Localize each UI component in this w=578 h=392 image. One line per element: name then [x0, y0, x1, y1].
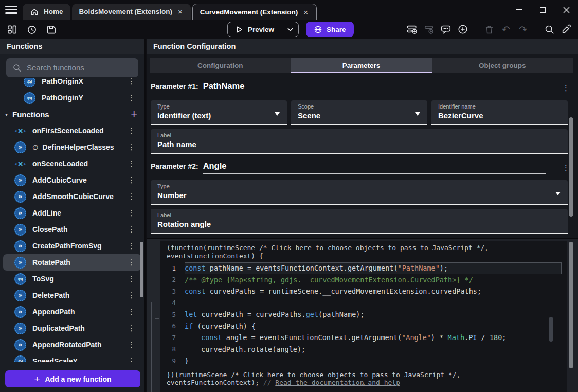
search-icon[interactable] [544, 24, 555, 35]
type-select[interactable]: Type Number [151, 180, 568, 205]
label-field[interactable]: Label Rotation angle [151, 209, 568, 234]
item-menu-icon[interactable]: ⋮ [125, 290, 137, 301]
identifier-name-field[interactable]: Identifier name BezierCurve [431, 100, 568, 125]
item-menu-icon[interactable]: ⋮ [125, 141, 137, 153]
code-lines[interactable]: 1const pathName = eventsFunctionContext.… [160, 262, 567, 367]
code-editor[interactable]: (function(runtimeScene /* Click here to … [160, 241, 567, 392]
tab-boidsmovement[interactable]: BoidsMovement (Extension) × [72, 4, 191, 20]
maximize-button[interactable] [531, 0, 554, 20]
edit-extension-icon[interactable] [561, 24, 572, 35]
item-menu-icon[interactable]: ⋮ [125, 323, 137, 334]
save-icon[interactable] [45, 24, 57, 35]
item-menu-icon[interactable]: ⋮ [125, 224, 137, 235]
item-menu-icon[interactable]: ⋮ [125, 78, 137, 87]
add-function-button[interactable]: + Add a new function [5, 370, 140, 387]
function-item-DeletePath[interactable]: »DeletePath⋮ [3, 287, 141, 304]
function-item-onSceneLoaded[interactable]: ◂×▸onSceneLoaded⋮ [3, 155, 141, 172]
code-line-3[interactable]: 3const curvedPaths = runtimeScene.__curv… [160, 286, 567, 297]
redo-icon[interactable]: ↷ [517, 24, 529, 35]
parameter-name-input[interactable]: Angle [203, 161, 546, 174]
add-subevent-icon[interactable] [423, 24, 435, 35]
code-line-1[interactable]: 1const pathName = eventsFunctionContext.… [160, 262, 567, 274]
item-menu-icon[interactable]: ⋮ [125, 355, 137, 362]
line-number: 8 [160, 345, 185, 353]
close-icon[interactable]: × [302, 8, 309, 16]
parameter-menu-icon[interactable]: ⋮ [560, 82, 572, 94]
function-item-ClosePath[interactable]: »ClosePath⋮ [3, 221, 141, 238]
code-line-4[interactable]: 4 [160, 297, 567, 309]
label-field[interactable]: Label Path name [151, 129, 568, 154]
item-menu-icon[interactable]: ⋮ [125, 174, 137, 186]
code-inner-scrollbar-thumb[interactable] [549, 317, 553, 342]
function-item-DefineHelperClasses[interactable]: »∅DefineHelperClasses⋮ [3, 139, 141, 155]
item-menu-icon[interactable]: ⋮ [125, 257, 137, 268]
sidebar-scrollbar-thumb[interactable] [140, 242, 143, 297]
action-function-icon: » [14, 174, 26, 186]
close-icon[interactable]: × [177, 7, 184, 16]
search-functions-input[interactable]: Search functions [6, 58, 138, 77]
function-item-CreatePathFromSvg[interactable]: »CreatePathFromSvg⋮ [3, 238, 141, 254]
item-menu-icon[interactable]: ⋮ [125, 306, 137, 317]
code-scrollbar-thumb[interactable] [569, 242, 573, 368]
item-menu-icon[interactable]: ⋮ [125, 125, 137, 136]
share-button[interactable]: Share [306, 22, 354, 37]
function-item-PathOriginY[interactable]: f(x)PathOriginY⋮ [3, 90, 141, 106]
code-text: if (curvedPath) { [185, 320, 562, 332]
undo-icon[interactable]: ↶ [500, 24, 512, 35]
function-item-SpeedScaleY[interactable]: f(x)SpeedScaleY⋮ [3, 353, 141, 362]
function-item-DuplicatedPath[interactable]: »DuplicatedPath⋮ [3, 320, 141, 336]
function-item-AddCubicCurve[interactable]: »AddCubicCurve⋮ [3, 172, 141, 188]
function-item-ToSvg[interactable]: f(x)ToSvg⋮ [3, 271, 141, 287]
function-item-PathOriginX[interactable]: f(x)PathOriginX⋮ [3, 78, 141, 90]
item-menu-icon[interactable]: ⋮ [125, 339, 137, 350]
functions-section-header[interactable]: ▾Functions+ [0, 106, 144, 122]
code-header-line[interactable]: (function(runtimeScene /* Click here to … [160, 241, 567, 252]
code-line-7[interactable]: 7const angle = eventsFunctionContext.get… [160, 332, 567, 344]
minimize-button[interactable] [507, 0, 531, 20]
tab-configuration[interactable]: Configuration [150, 58, 291, 73]
action-function-icon: » [14, 323, 26, 334]
tab-object-groups[interactable]: Object groups [432, 58, 573, 73]
open-editors-panel-icon[interactable] [6, 24, 17, 35]
function-item-AppendRotatedPath[interactable]: »AppendRotatedPath⋮ [3, 336, 141, 353]
collapse-caret-icon[interactable]: ^ [362, 382, 366, 390]
scope-select[interactable]: Scope Scene [291, 100, 427, 125]
tab-curvedmovement[interactable]: CurvedMovement (Extension) × [192, 4, 317, 20]
function-item-RotatePath[interactable]: »RotatePath⋮ [3, 254, 141, 271]
preview-options-button[interactable] [282, 22, 298, 37]
tab-home[interactable]: Home [23, 4, 70, 20]
delete-icon[interactable] [483, 24, 495, 35]
type-select[interactable]: Type Identifier (text) [151, 100, 287, 125]
history-icon[interactable] [26, 24, 37, 35]
add-icon[interactable]: + [131, 109, 137, 120]
code-line-9[interactable]: 9} [160, 355, 567, 367]
item-menu-icon[interactable]: ⋮ [125, 158, 137, 169]
code-line-8[interactable]: 8curvedPath.rotate(angle); [160, 344, 567, 355]
indent-guide [185, 332, 185, 344]
add-comment-icon[interactable] [440, 24, 451, 35]
item-menu-icon[interactable]: ⋮ [125, 273, 137, 284]
item-menu-icon[interactable]: ⋮ [125, 92, 137, 103]
field-label: Type [157, 183, 561, 189]
function-item-AddLine[interactable]: »AddLine⋮ [3, 205, 141, 221]
documentation-link[interactable]: Read the documentation and help [275, 379, 400, 386]
tab-parameters[interactable]: Parameters [291, 58, 431, 73]
function-item-AddSmoothCubicCurve[interactable]: »AddSmoothCubicCurve⋮ [3, 188, 141, 205]
item-menu-icon[interactable]: ⋮ [125, 207, 137, 219]
preview-button[interactable]: Preview [228, 22, 282, 37]
function-item-onFirstSceneLoaded[interactable]: ◂×▸onFirstSceneLoaded⋮ [3, 122, 141, 139]
item-menu-icon[interactable]: ⋮ [125, 191, 137, 202]
add-circle-icon[interactable] [457, 24, 468, 35]
parameters-scrollbar-thumb[interactable] [569, 117, 573, 217]
parameter-name-input[interactable]: PathName [203, 81, 546, 94]
main-menu-icon[interactable] [5, 6, 17, 14]
code-line-5[interactable]: 5let curvedPath = curvedPaths.get(pathNa… [160, 309, 567, 320]
line-number: 6 [160, 322, 185, 330]
function-list: f(x)PathOriginX⋮f(x)PathOriginY⋮▾Functio… [0, 78, 144, 362]
function-item-AppendPath[interactable]: »AppendPath⋮ [3, 304, 141, 320]
code-line-6[interactable]: 6if (curvedPath) { [160, 320, 567, 332]
add-event-icon[interactable] [406, 24, 418, 35]
item-menu-icon[interactable]: ⋮ [125, 240, 137, 252]
close-window-button[interactable] [554, 0, 578, 20]
code-line-2[interactable]: 2/** @type {Map<string, gdjs.__curvedMov… [160, 274, 567, 286]
